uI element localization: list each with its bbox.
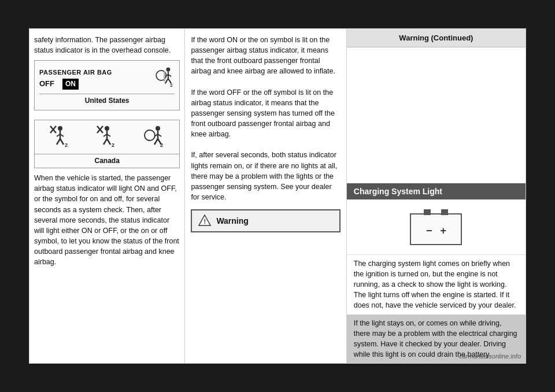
svg-point-0 — [166, 68, 171, 72]
us-airbag-status-row: PASSENGER AIR BAG OFF ON — [39, 66, 175, 91]
terminal-neg — [424, 209, 431, 215]
battery-diagram: − + — [410, 213, 462, 245]
svg-point-18 — [105, 126, 109, 131]
canada-airbag-box: 2 2 — [34, 120, 180, 168]
mid-para3: If, after several seconds, both status i… — [191, 150, 340, 202]
on-label: ON — [62, 79, 79, 90]
warning-triangle-icon: ! — [198, 214, 212, 228]
us-airbag-box: PASSENGER AIR BAG OFF ON — [34, 60, 180, 110]
svg-text:2: 2 — [171, 83, 173, 88]
svg-line-4 — [165, 79, 168, 84]
warning-label: Warning — [216, 215, 248, 227]
svg-text:!: ! — [204, 218, 206, 225]
off-label: OFF — [39, 79, 54, 90]
battery-terminals — [424, 209, 448, 215]
svg-line-23 — [107, 139, 110, 145]
terminal-pos — [441, 209, 448, 215]
canada-label: Canada — [35, 154, 179, 168]
us-region-label: United States — [39, 94, 175, 106]
svg-point-33 — [145, 130, 155, 140]
right-top-space — [347, 47, 526, 179]
off-on-row: OFF ON — [39, 79, 112, 90]
canada-icon-mid: 2 — [96, 125, 118, 149]
page-wrapper: safety information. The passenger airbag… — [29, 28, 526, 364]
mid-para1: If the word ON or the on symbol is lit o… — [191, 35, 340, 77]
canada-icons-row: 2 2 — [35, 120, 179, 154]
right-text1-block: The charging system light comes on brief… — [347, 254, 526, 315]
left-column: safety information. The passenger airbag… — [29, 29, 185, 363]
svg-line-31 — [154, 139, 158, 145]
svg-point-27 — [156, 126, 160, 131]
mid-para2: If the word OFF or the off symbol is lit… — [191, 87, 340, 140]
battery-signs: − + — [426, 225, 446, 237]
svg-text:2: 2 — [160, 142, 163, 148]
neg-sign: − — [426, 225, 432, 237]
battery-diagram-wrapper: − + — [347, 199, 526, 254]
warning-box: ! Warning — [191, 209, 340, 232]
svg-line-22 — [103, 139, 107, 145]
us-airbag-icon: 2 — [154, 66, 175, 91]
canada-icon-off: 2 — [49, 125, 71, 149]
svg-point-9 — [58, 126, 62, 131]
mid-column: If the word ON or the on symbol is lit o… — [185, 29, 346, 363]
us-airbag-title: PASSENGER AIR BAG — [39, 68, 112, 77]
watermark: carmanualsonline.info — [459, 353, 521, 360]
svg-text:2: 2 — [65, 142, 68, 148]
right-column: Warning (Continued) Charging System Ligh… — [347, 29, 526, 363]
right-text1: The charging system light comes on brief… — [354, 258, 519, 311]
canada-icon-on: 2 — [143, 125, 165, 149]
right-section-title: Charging System Light — [347, 183, 526, 199]
svg-text:2: 2 — [112, 142, 114, 148]
intro-text: safety information. The passenger airbag… — [34, 35, 180, 56]
passenger-airbag-svg: 2 — [154, 66, 175, 88]
svg-line-14 — [60, 139, 64, 145]
us-airbag-info: PASSENGER AIR BAG OFF ON — [39, 68, 112, 90]
svg-line-13 — [57, 139, 60, 145]
pos-sign: + — [440, 225, 446, 237]
svg-rect-7 — [164, 72, 166, 82]
body-text: When the vehicle is started, the passeng… — [34, 173, 180, 267]
right-header: Warning (Continued) — [347, 29, 526, 47]
